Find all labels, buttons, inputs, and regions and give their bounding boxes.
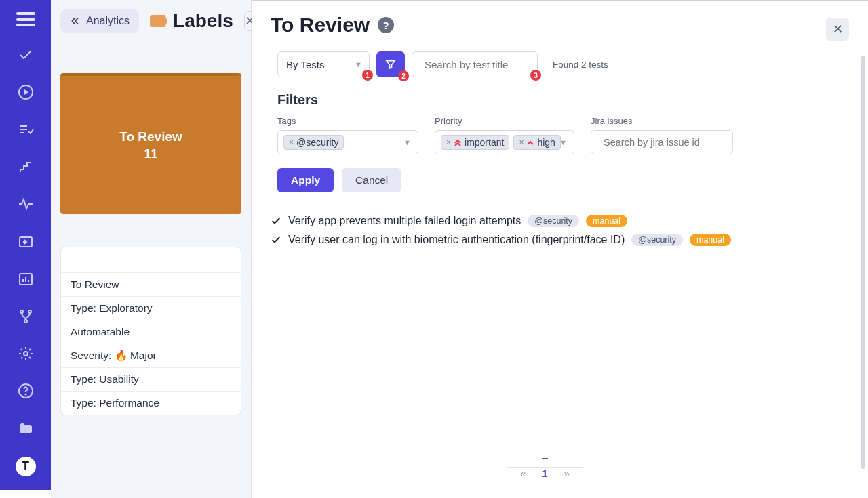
filter-buttons: Apply Cancel xyxy=(277,168,849,192)
svg-marker-1 xyxy=(24,89,28,95)
group-by-label: By Tests xyxy=(286,59,324,70)
search-input[interactable] xyxy=(425,59,553,70)
app-badge[interactable]: T xyxy=(16,457,36,476)
svg-point-13 xyxy=(24,352,28,356)
chevron-down-icon: ▼ xyxy=(559,138,567,146)
pill-tag: @security xyxy=(528,215,579,227)
test-title: Verify app prevents multiple failed logi… xyxy=(288,215,521,227)
branch-icon[interactable] xyxy=(16,307,35,325)
breadcrumb-analytics[interactable]: Analytics xyxy=(60,9,139,33)
filter-tags-label: Tags xyxy=(277,116,418,126)
label-row[interactable]: Type: Exploratory xyxy=(61,297,241,320)
jira-search-box[interactable] xyxy=(591,130,733,154)
funnel-icon xyxy=(384,58,397,70)
page-next[interactable]: » xyxy=(564,468,570,479)
test-row[interactable]: Verify user can log in with biometric au… xyxy=(271,230,849,249)
breadcrumb: Analytics Labels ✕ xyxy=(51,0,251,33)
play-circle-icon[interactable] xyxy=(16,83,35,101)
page-prev[interactable]: « xyxy=(520,468,526,479)
chip-remove-icon[interactable]: × xyxy=(446,138,451,147)
pulse-icon[interactable] xyxy=(16,195,35,213)
tag-chip-security[interactable]: × @security xyxy=(283,135,344,150)
filter-jira: Jira issues xyxy=(591,116,733,154)
page-title: To Review xyxy=(271,14,370,37)
tags-select[interactable]: × @security ▼ xyxy=(277,130,418,154)
left-panel: Analytics Labels ✕ To Review 11 To Revie… xyxy=(51,0,252,498)
pill-manual: manual xyxy=(586,215,627,227)
filters-title: Filters xyxy=(277,92,849,108)
test-title: Verify user can log in with biometric au… xyxy=(288,234,625,246)
svg-point-15 xyxy=(25,394,26,395)
test-results: Verify app prevents multiple failed logi… xyxy=(271,211,849,249)
priority-high-icon xyxy=(526,138,534,146)
help-icon[interactable]: ? xyxy=(378,17,394,33)
svg-point-10 xyxy=(20,310,23,313)
pill-tag: @security xyxy=(631,234,683,246)
gear-icon[interactable] xyxy=(16,344,35,362)
filter-tags: Tags × @security ▼ xyxy=(277,116,418,154)
hamburger-menu-icon[interactable] xyxy=(16,12,35,26)
breadcrumb-labels: Labels xyxy=(146,10,237,32)
priority-chip-high[interactable]: × high xyxy=(513,135,560,150)
list-check-icon[interactable] xyxy=(16,121,35,139)
label-list: To Review Type: Exploratory Automatable … xyxy=(60,247,241,415)
chevron-down-icon: ▼ xyxy=(403,138,411,146)
breadcrumb-analytics-label: Analytics xyxy=(86,15,130,27)
filter-jira-label: Jira issues xyxy=(591,116,733,126)
pill-manual: manual xyxy=(690,234,731,246)
check-icon xyxy=(271,215,281,226)
check-icon xyxy=(271,234,281,245)
sidebar: T xyxy=(0,0,51,490)
filter-priority: Priority × important × high ▼ xyxy=(435,116,574,154)
cancel-button[interactable]: Cancel xyxy=(342,168,401,192)
apply-button[interactable]: Apply xyxy=(277,168,334,192)
badge-count-2: 2 xyxy=(398,70,409,81)
filter-priority-label: Priority xyxy=(435,116,574,126)
svg-point-11 xyxy=(28,310,31,313)
main-panel: To Review ? ✕ By Tests ▼ 1 2 3 xyxy=(252,0,868,498)
import-icon[interactable] xyxy=(16,232,35,251)
review-card-count: 11 xyxy=(144,147,157,161)
steps-icon[interactable] xyxy=(16,158,35,176)
label-row[interactable]: Automatable xyxy=(61,320,241,344)
help-circle-icon[interactable] xyxy=(16,382,35,400)
check-icon[interactable] xyxy=(16,45,35,64)
chip-remove-icon[interactable]: × xyxy=(519,138,524,147)
chevron-down-icon: ▼ xyxy=(355,60,362,68)
label-list-header xyxy=(61,247,241,273)
filter-row: Tags × @security ▼ Priority × xyxy=(277,116,849,154)
chip-remove-icon[interactable]: × xyxy=(289,138,294,147)
review-card-title: To Review xyxy=(119,129,182,144)
close-panel-button[interactable]: ✕ xyxy=(826,18,849,41)
breadcrumb-labels-label: Labels xyxy=(173,10,233,32)
svg-point-12 xyxy=(24,320,27,323)
chart-box-icon[interactable] xyxy=(16,270,35,288)
priority-chip-important[interactable]: × important xyxy=(441,135,509,150)
filter-button[interactable]: 2 xyxy=(376,51,405,77)
badge-count-1: 1 xyxy=(362,70,373,81)
badge-count-3: 3 xyxy=(530,70,541,81)
priority-important-icon xyxy=(454,138,462,146)
chevron-double-left-icon xyxy=(70,16,81,26)
folder-icon[interactable] xyxy=(16,419,35,438)
found-count: Found 2 tests xyxy=(553,60,608,70)
review-card[interactable]: To Review 11 xyxy=(60,73,241,214)
label-row[interactable]: Type: Usability xyxy=(61,368,241,392)
test-row[interactable]: Verify app prevents multiple failed logi… xyxy=(271,211,849,230)
group-by-select[interactable]: By Tests ▼ 1 xyxy=(277,51,370,77)
label-row[interactable]: Type: Performance xyxy=(61,392,241,415)
tag-icon xyxy=(150,15,167,27)
label-row[interactable]: Severity: 🔥 Major xyxy=(61,344,241,368)
toolbar: By Tests ▼ 1 2 3 Found 2 tests xyxy=(277,51,849,77)
pagination: « 1 » xyxy=(520,468,570,479)
scrollbar[interactable] xyxy=(861,56,865,469)
search-box[interactable]: 3 xyxy=(412,51,538,77)
page-current[interactable]: 1 xyxy=(542,458,547,479)
jira-search-input[interactable] xyxy=(604,137,732,148)
priority-select[interactable]: × important × high ▼ xyxy=(435,130,574,154)
label-row[interactable]: To Review xyxy=(61,273,241,297)
